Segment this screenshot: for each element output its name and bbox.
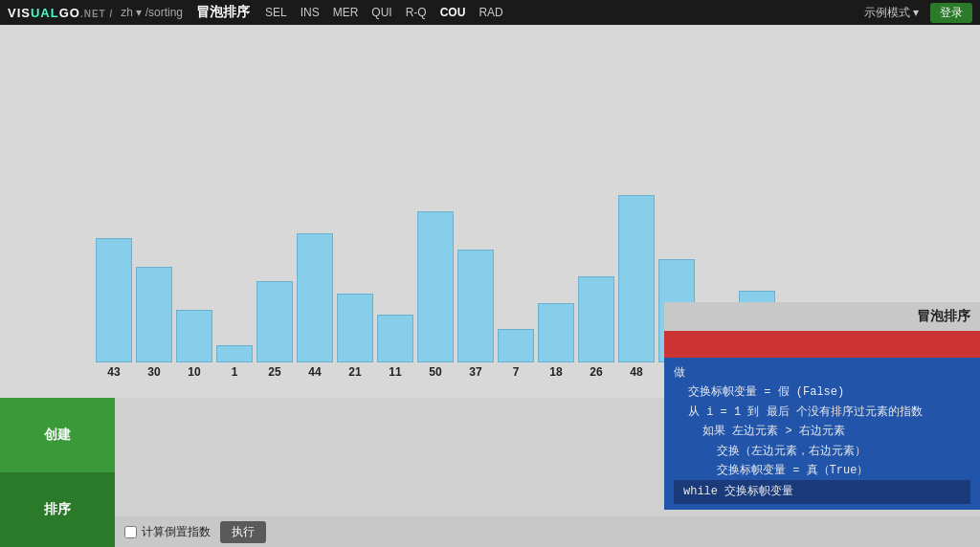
bar-item: 18 — [538, 303, 574, 379]
bar-label: 48 — [630, 365, 642, 379]
nav-cou[interactable]: COU — [440, 6, 466, 19]
bottom-toolbar: 计算倒置指数 执行 — [115, 516, 980, 547]
left-controls: 创建 排序 — [0, 398, 115, 547]
bar — [216, 345, 253, 362]
right-panel: 冒泡排序 做 交换标帜变量 = 假 (False) 从 i = 1 到 最后 个… — [664, 302, 980, 516]
right-controls: 示例模式 ▾ 登录 — [864, 3, 972, 23]
exec-button[interactable]: 执行 — [220, 521, 266, 543]
bar-item: 21 — [337, 294, 373, 379]
logo: VISUALGO.NET / — [8, 6, 113, 20]
code-line-4: 交换（左边元素，右边元素） — [674, 442, 970, 461]
page-title: 冒泡排序 — [196, 4, 250, 21]
code-highlight-bar — [664, 331, 980, 358]
sort-button[interactable]: 排序 — [0, 472, 115, 547]
bar — [136, 267, 172, 362]
bar-label: 26 — [590, 365, 602, 379]
bar-item: 25 — [256, 281, 293, 379]
bar-label: 25 — [268, 365, 280, 379]
bar-item: 37 — [457, 250, 494, 379]
bar-label: 44 — [308, 365, 321, 379]
nav-sel[interactable]: SEL — [265, 6, 287, 19]
code-line-2: 从 i = 1 到 最后 个没有排序过元素的指数 — [674, 403, 970, 422]
bar-label: 43 — [107, 365, 120, 379]
bar — [297, 233, 333, 362]
bar — [538, 303, 574, 362]
bar-label: 7 — [513, 365, 520, 379]
bar — [618, 195, 655, 362]
bar-label: 18 — [549, 365, 562, 379]
bar-label: 37 — [469, 365, 481, 379]
bar — [578, 276, 614, 362]
bar-item: 44 — [297, 233, 333, 379]
nav-qui[interactable]: QUI — [371, 6, 391, 19]
bar-item: 11 — [377, 315, 413, 379]
code-line-3: 如果 左边元素 > 右边元素 — [674, 422, 970, 441]
bar-label: 11 — [389, 365, 401, 379]
inversion-label: 计算倒置指数 — [142, 524, 211, 540]
bar — [498, 329, 534, 362]
bar — [96, 238, 132, 362]
nav-r-q[interactable]: R-Q — [406, 6, 427, 19]
bar-item: 1 — [216, 345, 253, 379]
bar-item: 26 — [578, 276, 614, 379]
login-button[interactable]: 登录 — [930, 3, 972, 23]
breadcrumb: zh ▾ /sorting — [121, 6, 183, 19]
code-while-line: while 交换标帜变量 — [674, 480, 970, 503]
algo-title: 冒泡排序 — [664, 302, 980, 331]
nav-mer[interactable]: MER — [333, 6, 359, 19]
bar-item: 10 — [176, 310, 212, 379]
bar-item: 43 — [96, 238, 132, 379]
bar-label: 21 — [348, 365, 361, 379]
bar-label: 30 — [147, 365, 160, 379]
nav-menu: SEL INS MER QUI R-Q COU RAD — [265, 6, 503, 19]
bar-item: 7 — [498, 329, 534, 379]
code-block: 做 交换标帜变量 = 假 (False) 从 i = 1 到 最后 个没有排序过… — [664, 358, 980, 510]
inversion-checkbox[interactable] — [124, 526, 137, 538]
bar — [337, 294, 373, 362]
code-line-5: 交换标帜变量 = 真（True） — [674, 461, 970, 480]
nav-ins[interactable]: INS — [301, 6, 320, 19]
navbar: VISUALGO.NET / zh ▾ /sorting 冒泡排序 SEL IN… — [0, 0, 980, 25]
inversion-checkbox-label[interactable]: 计算倒置指数 — [124, 524, 211, 540]
bar — [457, 250, 494, 362]
example-mode-button[interactable]: 示例模式 ▾ — [864, 5, 919, 21]
bar-label: 10 — [188, 365, 200, 379]
bar-item: 50 — [417, 211, 454, 379]
bar — [417, 211, 454, 362]
bar-item: 48 — [618, 195, 655, 379]
bar-label: 1 — [232, 365, 238, 379]
bar — [176, 310, 212, 362]
bar — [377, 315, 413, 362]
bar-item: 30 — [136, 267, 172, 379]
bar-label: 50 — [429, 365, 441, 379]
nav-rad[interactable]: RAD — [479, 6, 502, 19]
code-line-1: 交换标帜变量 = 假 (False) — [674, 383, 970, 402]
bar — [256, 281, 293, 362]
create-button[interactable]: 创建 — [0, 398, 115, 472]
code-line-0: 做 — [674, 363, 970, 383]
